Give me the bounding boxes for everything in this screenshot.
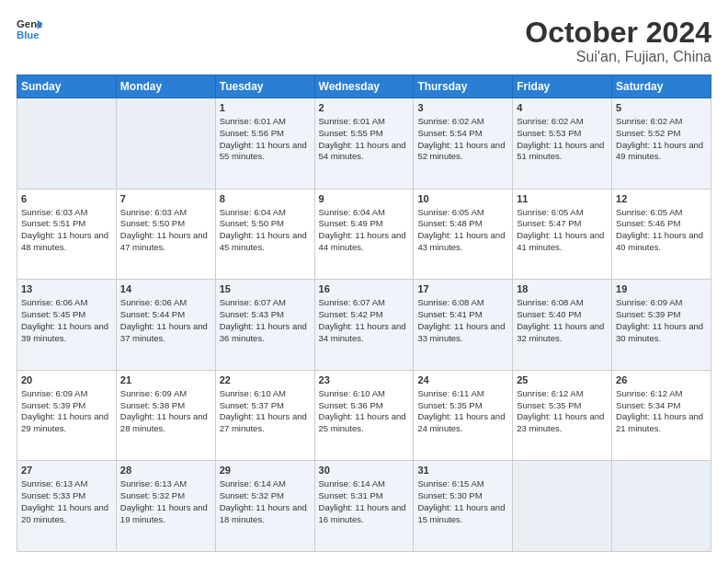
title-block: October 2024 Sui'an, Fujian, China — [525, 17, 711, 65]
daylight-text: Daylight: 11 hours and 37 minutes. — [120, 321, 208, 343]
daylight-text: Daylight: 11 hours and 20 minutes. — [21, 502, 108, 524]
sunrise-text: Sunrise: 6:11 AM — [417, 388, 483, 398]
table-row: 25Sunrise: 6:12 AMSunset: 5:35 PMDayligh… — [513, 370, 612, 461]
day-number: 19 — [616, 282, 707, 296]
logo-icon: General Blue — [17, 17, 42, 42]
day-number: 23 — [319, 373, 410, 387]
col-thursday: Thursday — [414, 75, 513, 98]
table-row: 14Sunrise: 6:06 AMSunset: 5:44 PMDayligh… — [116, 280, 215, 371]
col-wednesday: Wednesday — [314, 75, 414, 98]
logo: General Blue — [17, 17, 42, 42]
day-number: 8 — [220, 192, 311, 206]
sunset-text: Sunset: 5:33 PM — [21, 490, 85, 500]
calendar-week-row: 13Sunrise: 6:06 AMSunset: 5:45 PMDayligh… — [17, 280, 711, 371]
table-row: 17Sunrise: 6:08 AMSunset: 5:41 PMDayligh… — [414, 280, 513, 371]
table-row: 29Sunrise: 6:14 AMSunset: 5:32 PMDayligh… — [215, 461, 314, 552]
table-row: 26Sunrise: 6:12 AMSunset: 5:34 PMDayligh… — [612, 370, 711, 461]
table-row: 13Sunrise: 6:06 AMSunset: 5:45 PMDayligh… — [17, 280, 117, 371]
day-number: 13 — [21, 282, 112, 296]
table-row: 30Sunrise: 6:14 AMSunset: 5:31 PMDayligh… — [314, 461, 414, 552]
sunrise-text: Sunrise: 6:03 AM — [21, 207, 87, 217]
daylight-text: Daylight: 11 hours and 40 minutes. — [616, 230, 703, 252]
day-number: 7 — [120, 192, 211, 206]
daylight-text: Daylight: 11 hours and 52 minutes. — [417, 140, 505, 162]
table-row: 24Sunrise: 6:11 AMSunset: 5:35 PMDayligh… — [414, 370, 513, 461]
sunrise-text: Sunrise: 6:02 AM — [417, 116, 483, 126]
sunset-text: Sunset: 5:45 PM — [21, 309, 85, 319]
sunrise-text: Sunrise: 6:03 AM — [120, 207, 187, 217]
day-number: 3 — [417, 101, 508, 115]
sunset-text: Sunset: 5:36 PM — [319, 400, 383, 410]
page-title: October 2024 — [525, 17, 711, 49]
day-number: 17 — [417, 282, 508, 296]
day-number: 20 — [21, 373, 112, 387]
sunrise-text: Sunrise: 6:14 AM — [319, 478, 385, 488]
sunset-text: Sunset: 5:54 PM — [417, 128, 482, 138]
sunset-text: Sunset: 5:35 PM — [417, 400, 482, 410]
sunset-text: Sunset: 5:38 PM — [120, 400, 185, 410]
sunset-text: Sunset: 5:49 PM — [319, 218, 383, 228]
day-number: 21 — [120, 373, 211, 387]
sunrise-text: Sunrise: 6:10 AM — [220, 388, 286, 398]
page: General Blue October 2024 Sui'an, Fujian… — [0, 0, 728, 563]
sunrise-text: Sunrise: 6:09 AM — [616, 297, 682, 307]
sunset-text: Sunset: 5:41 PM — [417, 309, 482, 319]
day-number: 4 — [517, 101, 608, 115]
daylight-text: Daylight: 11 hours and 47 minutes. — [120, 230, 208, 252]
sunrise-text: Sunrise: 6:12 AM — [616, 388, 682, 398]
day-number: 30 — [319, 464, 410, 477]
sunrise-text: Sunrise: 6:01 AM — [220, 116, 286, 126]
sunrise-text: Sunrise: 6:09 AM — [21, 388, 87, 398]
sunrise-text: Sunrise: 6:04 AM — [319, 207, 385, 217]
sunrise-text: Sunrise: 6:05 AM — [517, 207, 583, 217]
daylight-text: Daylight: 11 hours and 51 minutes. — [517, 140, 604, 162]
daylight-text: Daylight: 11 hours and 33 minutes. — [417, 321, 505, 343]
daylight-text: Daylight: 11 hours and 49 minutes. — [616, 140, 703, 162]
day-number: 31 — [417, 464, 508, 477]
daylight-text: Daylight: 11 hours and 24 minutes. — [417, 411, 505, 433]
sunset-text: Sunset: 5:37 PM — [220, 400, 284, 410]
day-number: 25 — [517, 373, 608, 387]
sunset-text: Sunset: 5:50 PM — [120, 218, 185, 228]
daylight-text: Daylight: 11 hours and 36 minutes. — [220, 321, 307, 343]
table-row — [116, 98, 215, 190]
calendar-week-row: 20Sunrise: 6:09 AMSunset: 5:39 PMDayligh… — [17, 370, 711, 461]
sunset-text: Sunset: 5:47 PM — [517, 218, 581, 228]
sunrise-text: Sunrise: 6:05 AM — [417, 207, 483, 217]
calendar-header-row: Sunday Monday Tuesday Wednesday Thursday… — [17, 75, 711, 98]
sunset-text: Sunset: 5:32 PM — [220, 490, 284, 500]
table-row: 27Sunrise: 6:13 AMSunset: 5:33 PMDayligh… — [17, 461, 117, 552]
sunrise-text: Sunrise: 6:15 AM — [417, 478, 483, 488]
sunset-text: Sunset: 5:40 PM — [517, 309, 581, 319]
sunrise-text: Sunrise: 6:07 AM — [319, 297, 385, 307]
sunset-text: Sunset: 5:50 PM — [220, 218, 284, 228]
table-row: 28Sunrise: 6:13 AMSunset: 5:32 PMDayligh… — [116, 461, 215, 552]
sunrise-text: Sunrise: 6:07 AM — [220, 297, 286, 307]
col-tuesday: Tuesday — [215, 75, 314, 98]
day-number: 22 — [220, 373, 311, 387]
day-number: 11 — [517, 192, 608, 206]
col-monday: Monday — [116, 75, 215, 98]
sunset-text: Sunset: 5:34 PM — [616, 400, 680, 410]
table-row: 21Sunrise: 6:09 AMSunset: 5:38 PMDayligh… — [116, 370, 215, 461]
daylight-text: Daylight: 11 hours and 39 minutes. — [21, 321, 108, 343]
day-number: 24 — [417, 373, 508, 387]
sunrise-text: Sunrise: 6:01 AM — [319, 116, 385, 126]
table-row: 31Sunrise: 6:15 AMSunset: 5:30 PMDayligh… — [414, 461, 513, 552]
table-row: 5Sunrise: 6:02 AMSunset: 5:52 PMDaylight… — [612, 98, 711, 190]
table-row: 7Sunrise: 6:03 AMSunset: 5:50 PMDaylight… — [116, 189, 215, 280]
day-number: 18 — [517, 282, 608, 296]
sunset-text: Sunset: 5:52 PM — [616, 128, 680, 138]
daylight-text: Daylight: 11 hours and 48 minutes. — [21, 230, 108, 252]
daylight-text: Daylight: 11 hours and 55 minutes. — [220, 140, 307, 162]
day-number: 28 — [120, 464, 211, 477]
sunset-text: Sunset: 5:39 PM — [616, 309, 680, 319]
day-number: 9 — [319, 192, 410, 206]
daylight-text: Daylight: 11 hours and 19 minutes. — [120, 502, 208, 524]
table-row: 2Sunrise: 6:01 AMSunset: 5:55 PMDaylight… — [314, 98, 414, 190]
daylight-text: Daylight: 11 hours and 16 minutes. — [319, 502, 406, 524]
table-row: 15Sunrise: 6:07 AMSunset: 5:43 PMDayligh… — [215, 280, 314, 371]
calendar-table: Sunday Monday Tuesday Wednesday Thursday… — [17, 75, 711, 552]
table-row — [513, 461, 612, 552]
sunset-text: Sunset: 5:55 PM — [319, 128, 383, 138]
